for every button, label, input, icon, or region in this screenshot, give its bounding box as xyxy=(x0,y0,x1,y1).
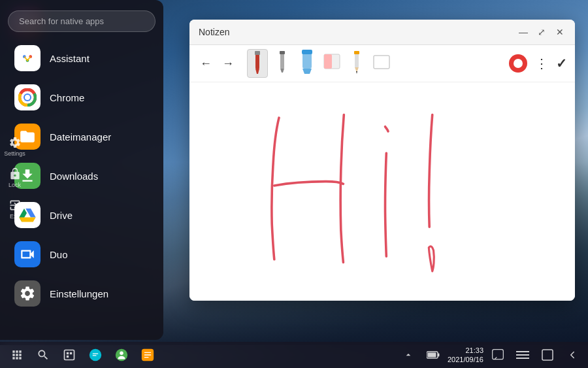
battery-icon xyxy=(427,350,440,360)
lock-screen-label: Lock xyxy=(8,182,21,188)
search-input[interactable]: Search for native apps xyxy=(8,10,155,32)
lock-screen-icon xyxy=(8,167,22,180)
confirm-button[interactable]: ✓ xyxy=(556,56,567,71)
taskbar-menu-button[interactable] xyxy=(512,344,533,365)
svg-rect-10 xyxy=(255,51,260,55)
maximize-button[interactable]: ⤢ xyxy=(536,26,547,38)
chevron-up-icon xyxy=(403,350,414,360)
contacts-icon xyxy=(114,348,129,362)
svg-rect-24 xyxy=(65,350,74,360)
desktop: Galerie Search for native apps Assistant xyxy=(0,0,588,368)
chat-bubble-icon xyxy=(491,348,504,361)
app-item-downloads[interactable]: Downloads xyxy=(8,158,155,194)
more-options-button[interactable]: ⋮ xyxy=(532,53,551,74)
app-item-drive[interactable]: Drive xyxy=(8,197,155,233)
sidebar-item-lock-screen[interactable]: Lock xyxy=(1,162,29,193)
app-item-chrome[interactable]: Chrome xyxy=(8,79,155,116)
highlighter-tool-button[interactable] xyxy=(297,49,318,78)
messages-icon xyxy=(88,348,103,362)
shape-tool-button[interactable] xyxy=(371,49,392,78)
svg-rect-25 xyxy=(67,352,69,354)
svg-rect-18 xyxy=(324,54,332,69)
window-controls: — ⤢ ✕ xyxy=(517,26,566,38)
taskbar: 21:33 2021/09/16 xyxy=(0,342,588,368)
svg-rect-23 xyxy=(374,56,389,69)
svg-rect-35 xyxy=(493,350,504,360)
window-title: Notizen xyxy=(199,27,229,37)
svg-marker-9 xyxy=(255,69,259,74)
svg-marker-21 xyxy=(356,71,357,74)
close-button[interactable]: ✕ xyxy=(554,26,566,38)
taskbar-search-button[interactable] xyxy=(31,343,55,367)
settings-label: Settings xyxy=(4,150,25,157)
svg-rect-33 xyxy=(438,354,440,357)
exit-label: Exit xyxy=(10,213,20,220)
svg-rect-16 xyxy=(302,50,312,54)
svg-rect-39 xyxy=(542,350,553,360)
toolbar-right: ⋮ ✓ xyxy=(509,53,567,74)
app-label-downloads: Downloads xyxy=(50,171,98,182)
app-item-dateimanager[interactable]: Dateimanager xyxy=(8,118,155,155)
marker-tool-button[interactable] xyxy=(247,49,268,78)
taskbar-notes-button[interactable] xyxy=(136,343,159,367)
svg-point-30 xyxy=(120,352,123,356)
pen-tool-button[interactable] xyxy=(272,49,293,78)
settings-icon xyxy=(8,136,22,149)
app-item-duo[interactable]: Duo xyxy=(8,236,155,273)
app-label-einstellungen: Einstellungen xyxy=(50,288,108,299)
app-item-assistant[interactable]: Assistant xyxy=(8,40,155,76)
redo-button[interactable]: → xyxy=(220,54,237,73)
app-label-assistant: Assistant xyxy=(50,53,90,64)
svg-rect-27 xyxy=(67,356,69,358)
undo-button[interactable]: ← xyxy=(197,54,214,73)
svg-point-28 xyxy=(90,349,101,361)
app-label-duo: Duo xyxy=(50,249,68,260)
app-label-drive: Drive xyxy=(50,210,73,221)
marker-tool-icon xyxy=(252,50,263,76)
sidebar-item-settings[interactable]: Settings xyxy=(1,131,29,162)
search-placeholder: Search for native apps xyxy=(19,16,104,26)
recents-icon xyxy=(63,348,76,361)
pencil-tool-button[interactable] xyxy=(346,49,367,78)
shape-tool-icon xyxy=(372,53,391,74)
svg-marker-12 xyxy=(280,69,284,73)
drawing-canvas-svg xyxy=(189,82,575,301)
eraser-tool-icon xyxy=(323,52,341,75)
record-button[interactable] xyxy=(509,54,527,73)
notizen-window: Notizen — ⤢ ✕ ← → xyxy=(189,20,575,301)
taskbar-battery-button[interactable] xyxy=(423,344,444,365)
app-item-einstellungen[interactable]: Einstellungen xyxy=(8,275,155,312)
app-label-dateimanager: Dateimanager xyxy=(50,131,111,142)
search-icon xyxy=(37,348,50,361)
taskbar-right: 21:33 2021/09/16 xyxy=(398,344,583,365)
back-icon xyxy=(566,349,578,361)
window-titlebar: Notizen — ⤢ ✕ xyxy=(189,20,575,45)
minimize-button[interactable]: — xyxy=(517,26,529,38)
svg-rect-13 xyxy=(280,51,285,54)
notizen-toolbar: ← → xyxy=(189,45,575,82)
apps-icon xyxy=(10,348,24,361)
svg-rect-26 xyxy=(70,352,72,354)
notizen-canvas[interactable] xyxy=(189,82,575,301)
pencil-tool-icon xyxy=(352,50,361,76)
taskbar-chevron-up-button[interactable] xyxy=(398,344,419,365)
exit-icon xyxy=(8,199,22,212)
taskbar-recents-button[interactable] xyxy=(57,343,81,367)
taskbar-messages-button[interactable] xyxy=(84,343,107,367)
record-dot xyxy=(514,59,523,68)
highlighter-tool-icon xyxy=(300,49,314,78)
menu-icon xyxy=(516,350,529,360)
taskbar-apps-button[interactable] xyxy=(5,343,29,367)
time-display: 21:33 xyxy=(448,346,483,355)
taskbar-chat-bubble-button[interactable] xyxy=(487,344,508,365)
taskbar-window-button[interactable] xyxy=(537,344,558,365)
window-icon xyxy=(542,349,553,361)
svg-rect-22 xyxy=(354,51,359,54)
sidebar-left: Settings Lock Exit xyxy=(0,0,29,340)
sidebar-item-exit[interactable]: Exit xyxy=(1,193,29,225)
svg-marker-15 xyxy=(302,69,312,74)
date-display: 2021/09/16 xyxy=(448,355,483,364)
taskbar-contacts-button[interactable] xyxy=(110,343,133,367)
eraser-tool-button[interactable] xyxy=(321,49,342,78)
taskbar-back-button[interactable] xyxy=(562,344,583,365)
